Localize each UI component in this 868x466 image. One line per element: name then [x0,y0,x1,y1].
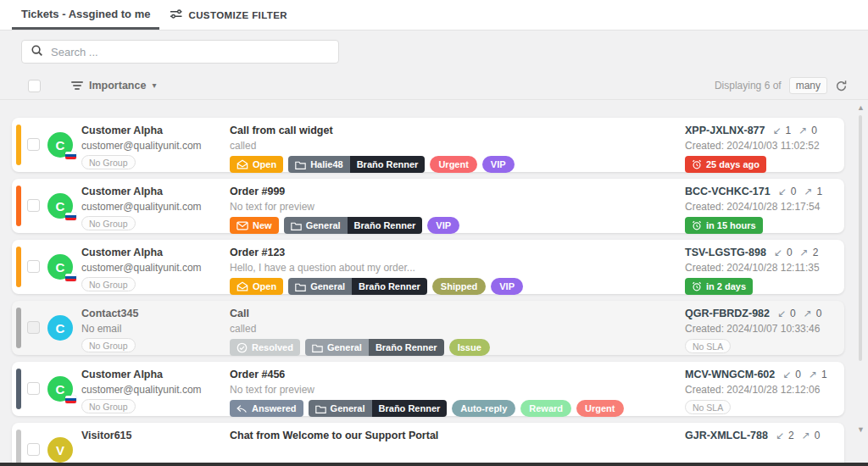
outgoing-arrow-icon: ↗ [809,367,817,382]
no-sla-chip: No SLA [685,400,731,414]
avatar: C [47,193,73,219]
status-badge: Open [230,156,283,173]
tag-pill: VIP [427,217,459,234]
tag-pill: Urgent [576,400,623,417]
department-label: General [310,281,345,291]
ticket-checkbox[interactable] [27,260,40,273]
outgoing-arrow-icon: ↗ [798,123,807,138]
department-agent-badge: Halie48 Braňo Renner [288,156,425,173]
group-chip: No Group [81,216,136,230]
refresh-button[interactable] [835,80,848,92]
incoming-arrow-icon: ↙ [777,306,786,321]
incoming-arrow-icon: ↙ [778,184,787,199]
scrollbar-down-arrow[interactable]: ▼ [857,425,865,434]
outgoing-arrow-icon: ↗ [800,245,809,260]
agent-label: Braňo Renner [369,339,444,356]
reply-arrow-icon [236,404,248,413]
search-box [21,40,339,64]
ticket-subject: Order #456 [230,367,624,382]
ticket-checkbox[interactable] [27,321,40,334]
customer-name: Customer Alpha [81,245,202,260]
tune-icon [170,8,182,21]
group-chip: No Group [81,277,136,291]
slovakia-flag-icon [65,213,76,220]
ticket-row[interactable]: C Customer Alpha customer@qualityunit.co… [12,118,844,172]
department-label: General [327,342,362,352]
ticket-subject: Chat from Welcome to our Support Portal [230,428,438,443]
department-agent-badge: General Braňo Renner [288,278,427,295]
tag-pill: Issue [449,339,490,356]
ticket-code: TSV-LGSTG-898 [685,245,766,260]
incoming-count: 0 [790,306,796,321]
list-toolbar: Importance ▾ Displaying 6 of many [0,72,868,100]
incoming-count: 1 [786,123,792,138]
ticket-row[interactable]: C Contact345 No email No Group Call call… [12,301,844,355]
ticket-checkbox[interactable] [27,138,40,151]
outgoing-count: 1 [817,184,823,199]
ticket-subject: Call [230,306,490,321]
incoming-count: 0 [795,367,801,382]
ticket-row[interactable]: C Customer Alpha customer@qualityunit.co… [12,362,844,416]
avatar: C [47,254,73,280]
slovakia-flag-icon [65,396,76,403]
slovakia-flag-icon [65,152,76,159]
incoming-count: 2 [788,428,794,443]
agent-label: Braňo Renner [350,156,426,173]
customer-email: customer@qualityunit.com [81,138,202,153]
ticket-preview: called [230,321,490,336]
incoming-arrow-icon: ↙ [772,123,781,138]
ticket-row[interactable]: V Visitor615 Chat from Welcome to our Su… [12,423,844,466]
chevron-down-icon: ▾ [152,81,156,90]
outgoing-arrow-icon: ↗ [804,184,812,199]
tab-tickets-assigned[interactable]: Tickets - Assgined to me [12,0,159,30]
created-timestamp: Created: 2024/10/28 12:11:35 [685,260,820,275]
priority-bar [16,125,21,165]
avatar: C [47,315,73,341]
folder-icon [295,282,306,291]
customer-name: Customer Alpha [81,123,202,138]
outgoing-count: 2 [813,245,819,260]
outgoing-count: 0 [815,428,821,443]
status-badge: Resolved [230,339,300,356]
sort-icon [71,80,83,92]
alarm-clock-icon [692,159,702,169]
customer-name: Contact345 [81,306,138,321]
customer-name: Visitor615 [81,428,132,443]
tag-pill: Urgent [430,156,476,173]
ticket-code: BCC-VCHKC-171 [685,184,771,199]
ticket-preview: No text for preview [230,199,459,214]
created-timestamp: Created: 2024/10/28 12:17:54 [685,199,822,214]
scrollbar-up-arrow[interactable]: ▲ [857,103,865,112]
sla-badge: in 15 hours [685,217,763,234]
check-circle-icon [236,342,248,353]
ticket-checkbox[interactable] [27,199,40,212]
incoming-arrow-icon: ↙ [776,428,784,443]
folder-icon [315,404,326,413]
top-tab-bar: Tickets - Assgined to me CUSTOMIZE FILTE… [0,0,868,31]
department-label: General [306,220,341,230]
customer-email: customer@qualityunit.com [81,199,202,214]
ticket-checkbox[interactable] [27,443,40,456]
search-input[interactable] [51,46,330,58]
alarm-clock-icon [692,220,702,230]
ticket-row[interactable]: C Customer Alpha customer@qualityunit.co… [12,179,844,233]
scrollbar-thumb[interactable] [859,115,862,361]
ticket-row[interactable]: C Customer Alpha customer@qualityunit.co… [12,240,844,294]
customize-filter-button[interactable]: CUSTOMIZE FILTER [170,0,287,30]
displaying-count-chip[interactable]: many [789,77,827,94]
select-all-checkbox[interactable] [28,80,41,92]
sort-by-importance[interactable]: Importance ▾ [71,80,156,92]
outgoing-count: 0 [811,123,817,138]
alarm-clock-icon [692,281,702,291]
folder-icon [312,343,323,352]
ticket-checkbox[interactable] [27,382,40,395]
ticket-subject: Call from call widget [230,123,515,138]
ticket-list: C Customer Alpha customer@qualityunit.co… [0,100,868,466]
priority-bar [16,247,21,287]
ticket-subject: Order #123 [230,245,523,260]
sla-badge: in 2 days [685,278,753,295]
no-sla-chip: No SLA [685,339,731,353]
tag-pill: Shipped [432,278,486,295]
priority-bar [16,369,21,409]
group-chip: No Group [81,338,136,352]
